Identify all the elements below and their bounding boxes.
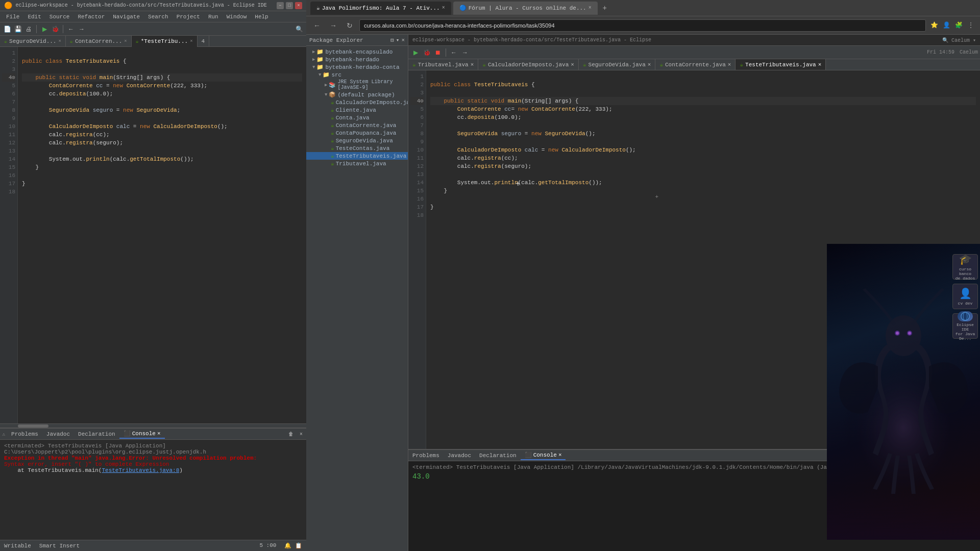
tree-item-bytebank-herdado[interactable]: ▶📁bytebank-herdado (306, 56, 408, 63)
close-conta-icon[interactable]: × (124, 39, 127, 44)
right-search-icon[interactable]: 🔍 (942, 37, 948, 43)
side-card-cvdev[interactable]: 👤 cv dev (952, 284, 978, 309)
menu-file[interactable]: File (2, 13, 23, 21)
right-close-console[interactable]: × (558, 452, 562, 458)
left-tab-4[interactable]: 4 (198, 36, 210, 47)
contacorrente-close-icon[interactable]: × (728, 62, 731, 68)
left-tab-problems[interactable]: Problems (7, 430, 42, 438)
tree-item-contapoupanca[interactable]: ☕ ContaPoupanca.java (306, 129, 408, 137)
left-tab-teste[interactable]: ☕ *TesteTribu... × (132, 36, 198, 47)
menu-run[interactable]: Run (204, 13, 223, 21)
right-tab-javadoc[interactable]: Javadoc (444, 452, 475, 460)
run-button[interactable]: ▶ (39, 24, 50, 34)
right-forward-button[interactable]: → (460, 47, 470, 58)
menu-source[interactable]: Source (45, 13, 74, 21)
alura-tab-close[interactable]: × (442, 5, 445, 11)
maximize-button[interactable]: □ (286, 2, 293, 9)
win-buttons[interactable]: – □ × (277, 2, 302, 9)
menu-project[interactable]: Project (173, 13, 204, 21)
debug-button[interactable]: 🐞 (50, 24, 60, 34)
menu-refactor[interactable]: Refactor (74, 13, 109, 21)
new-button[interactable]: 📄 (2, 24, 12, 34)
tree-item-src[interactable]: ▼📁src (306, 71, 408, 79)
banco-card-icon: 🎓 (959, 253, 972, 266)
back-btn[interactable]: ← (66, 24, 76, 34)
tree-item-conta[interactable]: ☕ Conta.java (306, 114, 408, 121)
side-card-eclipse[interactable]: Eclipse IDEfor Java De... (952, 313, 978, 339)
menu-icon[interactable]: ⋮ (966, 20, 976, 31)
code-area-left[interactable]: public class TesteTributaveis { public s… (18, 47, 306, 423)
left-tab-seguro[interactable]: ☕ SeguroDeVid... × (0, 36, 66, 47)
close-console-icon[interactable]: × (157, 431, 161, 437)
pkg-collapse-icon[interactable]: ⊟ (390, 37, 394, 43)
testetributaveis-close-icon[interactable]: × (818, 62, 822, 68)
right-stop-button[interactable]: ⏹ (433, 47, 443, 58)
back-nav-button[interactable]: ← (310, 19, 324, 32)
pkg-menu-icon[interactable]: ▾ (396, 37, 400, 43)
calculador-close-icon[interactable]: × (571, 62, 574, 68)
code-line-11: calc.registra(cc); (22, 131, 302, 139)
tree-item-tributavel[interactable]: ☕ Tributavel.java (306, 160, 408, 167)
refresh-nav-button[interactable]: ↻ (343, 19, 356, 32)
code-line-18 (22, 188, 302, 196)
forward-btn[interactable]: → (77, 24, 87, 34)
close-button[interactable]: × (295, 2, 302, 9)
right-tab-contacorrente[interactable]: ☕ ContaCorrente.java × (655, 59, 736, 70)
tree-item-default-pkg[interactable]: ▼📦 (default package) (306, 91, 408, 98)
right-back-button[interactable]: ← (449, 47, 459, 58)
menu-help[interactable]: Help (251, 13, 272, 21)
left-tab-conta[interactable]: ☕ ContaCorren... × (66, 36, 132, 47)
tree-item-seguro[interactable]: ☕ SeguroDeVida.java (306, 137, 408, 144)
left-tab-console[interactable]: ⬛ Console × (119, 429, 165, 439)
new-tab-button[interactable]: + (600, 3, 610, 13)
close-seguro-icon[interactable]: × (58, 39, 61, 44)
tree-item-testecontas[interactable]: ☕ TesteContas.java (306, 144, 408, 152)
bookmark-icon[interactable]: ⭐ (929, 20, 939, 31)
menu-search[interactable]: Search (144, 13, 173, 21)
save-button[interactable]: 💾 (13, 24, 23, 34)
tree-item-calculador[interactable]: ☕ CalculadorDeImposto.java (306, 98, 408, 106)
menu-edit[interactable]: Edit (23, 13, 45, 21)
r-code-line-7 (430, 121, 976, 130)
menu-navigate[interactable]: Navigate (109, 13, 144, 21)
search-btn[interactable]: 🔍 (294, 24, 304, 34)
right-time-label: Fri 14:59 (927, 49, 954, 55)
console-clear[interactable]: 🗑 (286, 429, 296, 439)
forward-nav-button[interactable]: → (327, 19, 340, 32)
seguro-r-close-icon[interactable]: × (648, 62, 651, 68)
right-debug-button[interactable]: 🐞 (422, 47, 432, 58)
browser-tab-alura[interactable]: ☕ Java Polimorfismo: Aula 7 - Ativ... × (310, 2, 451, 15)
left-tab-declaration[interactable]: Declaration (74, 430, 119, 438)
right-tab-problems[interactable]: Problems (408, 452, 444, 460)
tributavel-close-icon[interactable]: × (471, 62, 474, 68)
right-run-button[interactable]: ▶ (410, 47, 421, 58)
left-tab-javadoc[interactable]: Javadoc (42, 430, 74, 438)
menu-window[interactable]: Window (223, 13, 251, 21)
print-button[interactable]: 🖨 (23, 24, 34, 34)
url-bar[interactable] (359, 19, 926, 32)
close-teste-icon[interactable]: × (190, 39, 192, 44)
right-tab-console[interactable]: ⬛ Console × (521, 450, 566, 460)
stack-link[interactable]: TesteTributaveis.java:8 (102, 467, 179, 473)
tree-item-jre[interactable]: ▶📚 JRE System Library [JavaSE-9] (306, 79, 408, 91)
tree-item-testetributaveis[interactable]: ☕ TesteTributaveis.java (306, 152, 408, 160)
right-tab-calculador[interactable]: ☕ CalculadorDeImposto.java × (478, 59, 579, 70)
right-tab-declaration[interactable]: Declaration (475, 452, 521, 460)
right-tab-tributavel[interactable]: ☕ Tributavel.java × (408, 59, 478, 70)
pkg-close-icon[interactable]: × (401, 37, 405, 43)
tree-item-bytebank-herdado-conta[interactable]: ▼📁bytebank-herdado-conta (306, 63, 408, 71)
extensions-icon[interactable]: 🧩 (953, 20, 964, 31)
tree-item-bytebank-encapsulado[interactable]: ▶📁bytebank-encapsulado (306, 48, 408, 56)
profile-icon[interactable]: 👤 (941, 20, 951, 31)
browser-tab-forum[interactable]: 🔵 Fórum | Alura - Cursos online de... × (453, 2, 598, 15)
right-tab-seguro[interactable]: ☕ SeguroDeVida.java × (579, 59, 655, 70)
tree-item-cliente[interactable]: ☕ Cliente.java (306, 106, 408, 114)
minimize-button[interactable]: – (277, 2, 284, 9)
side-card-banco[interactable]: 🎓 curso bancode dados (952, 254, 978, 280)
tree-item-contacorrente[interactable]: ☕ ContaCorrente.java (306, 121, 408, 129)
forum-tab-close[interactable]: × (589, 5, 592, 11)
console-close[interactable]: × (296, 429, 306, 439)
right-profile-icon[interactable]: Caelum ▾ (951, 37, 976, 43)
right-tab-testetributaveis[interactable]: ☕ TesteTributaveis.java × (736, 59, 826, 70)
left-code-editor[interactable]: 1234⊙ 5678910 111213141516 1718 public c… (0, 47, 306, 423)
